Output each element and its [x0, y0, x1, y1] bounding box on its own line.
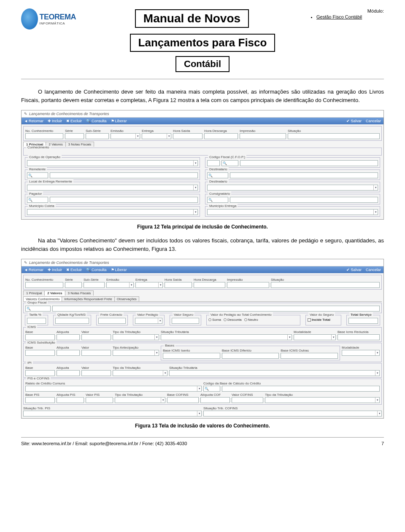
- cancelar-button[interactable]: Cancelar: [366, 119, 381, 123]
- liberar-button[interactable]: ⚑ Liberar: [111, 268, 127, 272]
- consulta-button[interactable]: 🔍 Consulta: [86, 268, 107, 272]
- excluir-button[interactable]: ✖ Excluir: [66, 119, 82, 123]
- title-line1: Manual de Novos: [135, 9, 249, 28]
- impressao-input[interactable]: [240, 133, 286, 139]
- incluir-button[interactable]: ✚ Incluir: [48, 268, 62, 272]
- incluir-button[interactable]: ✚ Incluir: [48, 119, 62, 123]
- tab-valores[interactable]: 2 Valores: [44, 290, 65, 296]
- salvar-button[interactable]: ✔ Salvar: [346, 268, 362, 272]
- subtab-observacoes[interactable]: Observações: [114, 296, 139, 301]
- subtab-info-responsavel[interactable]: Informações Responsável Frete: [62, 296, 114, 301]
- tab-notas-fiscais[interactable]: 3 Notas Fiscais: [65, 290, 94, 296]
- paragraph-1: O lançamento de Conhecimento deve ser fe…: [21, 88, 384, 104]
- radio-soma[interactable]: Soma: [208, 318, 221, 322]
- excluir-button[interactable]: ✖ Excluir: [66, 268, 82, 272]
- radio-neutro[interactable]: Neutro: [244, 318, 258, 322]
- sit-trib-cofins-input[interactable]: ▾: [203, 411, 382, 416]
- pen-icon: ✎: [24, 112, 27, 116]
- tab-principal[interactable]: 1 Principal: [23, 290, 45, 296]
- entrega-input[interactable]: ▾: [142, 133, 171, 139]
- situacao-input[interactable]: [288, 133, 380, 139]
- local-entrega-input[interactable]: ▾: [27, 185, 198, 191]
- hora-saida-input[interactable]: [173, 133, 202, 139]
- municipio-coleta-input[interactable]: ▾: [27, 209, 198, 215]
- codigo-operacao-input[interactable]: ▾: [27, 160, 198, 166]
- retornar-button[interactable]: ◄ Retornar: [24, 119, 43, 123]
- serie-input[interactable]: [65, 133, 84, 139]
- logo-subtitle: INFORMÁTICA: [40, 21, 76, 25]
- module-label: Módulo:: [308, 8, 384, 13]
- subserie-input[interactable]: [86, 133, 109, 139]
- destinatario2-input[interactable]: ▾: [207, 185, 378, 191]
- municipio-entrega-input[interactable]: ▾: [207, 209, 378, 215]
- page-header: TEOREMA INFORMÁTICA Manual de Novos Módu…: [21, 8, 384, 30]
- title-line3: Contábil: [176, 56, 230, 72]
- header-separator: [21, 79, 384, 79]
- hora-descarga-input[interactable]: [204, 133, 238, 139]
- toolbar: ◄ Retornar ✚ Incluir ✖ Excluir 🔍 Consult…: [22, 118, 383, 124]
- tab-notas-fiscais[interactable]: 3 Notas Fiscais: [65, 142, 94, 147]
- logo: TEOREMA INFORMÁTICA: [21, 8, 76, 30]
- check-incide-total[interactable]: Incide Total: [308, 318, 330, 322]
- liberar-button[interactable]: ⚑ Liberar: [111, 119, 127, 123]
- page-number: 7: [381, 441, 384, 446]
- consulta-button[interactable]: 🔍 Consulta: [86, 119, 107, 123]
- footer-text: Site: www.teorema.inf.br / Email: suport…: [21, 441, 187, 446]
- window-titlebar: ✎ Lançamento de Conhecimentos de Transpo…: [22, 110, 383, 118]
- emissao-input[interactable]: ▾: [111, 133, 140, 139]
- page-footer: Site: www.teorema.inf.br / Email: suport…: [21, 437, 384, 446]
- figure-13-caption: Figura 13 Tela de inclusão de valores do…: [21, 423, 384, 429]
- title-group: Manual de Novos: [84, 8, 300, 29]
- logo-brand: TEOREMA: [40, 13, 76, 21]
- salvar-button[interactable]: ✔ Salvar: [346, 119, 362, 123]
- window-title: Lançamento de Conhecimentos de Transport…: [29, 112, 109, 116]
- title-line2: Lançamentos para Fisco: [130, 34, 275, 52]
- paragraph-2: Na aba "Valores Conhecimento" devem ser …: [21, 236, 384, 253]
- no-conhecimento-input[interactable]: [25, 133, 63, 139]
- cancelar-button[interactable]: Cancelar: [366, 268, 381, 272]
- sit-trib-pis-input[interactable]: ▾: [23, 411, 202, 416]
- figure-13-screenshot: ✎Lançamento de Conhecimentos de Transpor…: [21, 259, 384, 419]
- figure-12-caption: Figura 12 Tela principal de inclusão de …: [21, 224, 384, 230]
- figure-12-screenshot: ✎ Lançamento de Conhecimentos de Transpo…: [21, 110, 384, 220]
- pen-icon: ✎: [24, 261, 27, 265]
- radio-desconta[interactable]: Desconta: [224, 318, 242, 322]
- retornar-button[interactable]: ◄ Retornar: [24, 268, 43, 272]
- module-item: Gestão Fisco Contábil: [316, 14, 384, 19]
- module-box: Módulo: Gestão Fisco Contábil: [308, 8, 384, 19]
